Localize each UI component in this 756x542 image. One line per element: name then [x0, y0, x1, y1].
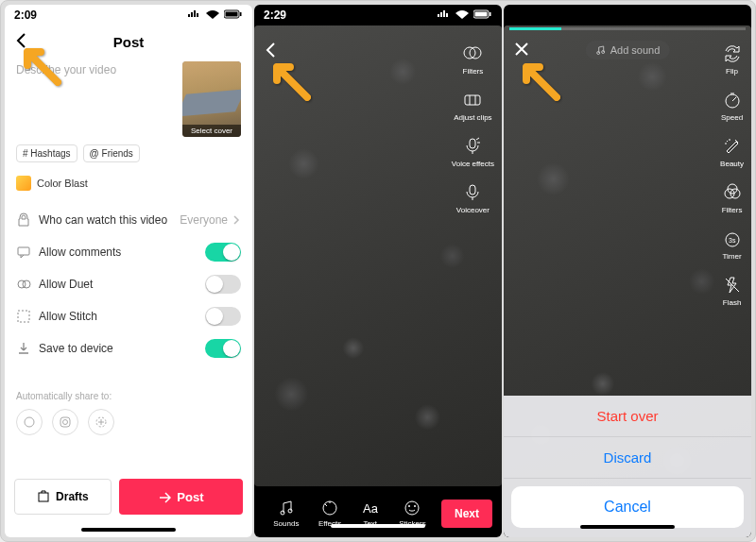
- svg-text:3s: 3s: [729, 237, 736, 244]
- filters-button[interactable]: Filters: [452, 42, 494, 76]
- cover-thumbnail[interactable]: Select cover: [182, 61, 241, 137]
- flip-button[interactable]: Flip: [720, 42, 744, 76]
- voice-effects-button[interactable]: Voice effects: [452, 135, 494, 168]
- discard-button[interactable]: Discard: [504, 437, 751, 479]
- home-indicator: [580, 525, 675, 529]
- post-button[interactable]: Post: [119, 479, 243, 515]
- svg-rect-19: [470, 185, 475, 195]
- comments-toggle[interactable]: [205, 243, 241, 262]
- voice-effects-icon: [461, 135, 484, 158]
- flash-icon: [721, 274, 744, 296]
- stitch-row: Allow Stitch: [16, 300, 241, 332]
- status-icons: [185, 8, 243, 22]
- flip-icon: [721, 42, 744, 65]
- duet-toggle[interactable]: [205, 275, 241, 294]
- effects-button[interactable]: Effects: [318, 499, 341, 528]
- adjust-icon: [461, 89, 484, 111]
- annotation-arrow: [517, 58, 564, 109]
- status-time: 2:29: [264, 8, 286, 22]
- voiceover-icon: [461, 181, 484, 204]
- save-toggle[interactable]: [205, 339, 241, 358]
- post-screen: 2:09 Post Describe your video Select cov…: [5, 5, 252, 537]
- stitch-toggle[interactable]: [205, 307, 241, 326]
- effect-icon: [16, 176, 31, 191]
- cover-label: Select cover: [182, 125, 241, 137]
- svg-point-5: [23, 280, 30, 288]
- music-icon: [277, 499, 296, 517]
- effect-row[interactable]: Color Blast: [16, 176, 241, 191]
- comments-row: Allow comments: [16, 236, 241, 268]
- beauty-icon: [721, 135, 744, 158]
- post-icon: [158, 490, 171, 503]
- svg-text:Aa: Aa: [363, 501, 379, 516]
- home-indicator: [81, 528, 176, 532]
- hashtags-chip[interactable]: # Hashtags: [16, 144, 77, 162]
- stickers-button[interactable]: Stickers: [399, 499, 425, 528]
- share-instagram-icon[interactable]: [52, 409, 78, 435]
- svg-rect-11: [39, 493, 48, 501]
- svg-point-26: [414, 505, 416, 507]
- svg-rect-6: [18, 311, 29, 322]
- text-button[interactable]: AaText: [361, 499, 380, 528]
- share-message-icon[interactable]: [16, 409, 43, 435]
- duet-icon: [16, 277, 31, 292]
- svg-point-25: [408, 505, 410, 507]
- svg-rect-2: [240, 12, 242, 16]
- stitch-icon: [16, 309, 31, 324]
- svg-rect-14: [490, 12, 491, 16]
- drafts-icon: [37, 490, 50, 503]
- svg-point-22: [323, 501, 336, 515]
- annotation-arrow: [18, 42, 65, 93]
- status-time: 2:09: [14, 8, 37, 22]
- share-more-icon[interactable]: [88, 409, 114, 435]
- status-bar: 2:29: [254, 5, 502, 25]
- start-over-button[interactable]: Start over: [504, 396, 751, 437]
- svg-rect-3: [18, 247, 29, 255]
- svg-rect-13: [475, 12, 488, 17]
- svg-rect-18: [470, 139, 475, 148]
- speed-icon: [721, 89, 744, 111]
- adjust-clips-button[interactable]: Adjust clips: [452, 89, 494, 122]
- duet-row: Allow Duet: [16, 268, 241, 300]
- chevron-right-icon: [232, 215, 241, 225]
- share-label: Automatically share to:: [16, 391, 241, 401]
- page-title: Post: [113, 34, 145, 50]
- effects-icon: [320, 499, 339, 517]
- status-bar: 2:09: [5, 5, 252, 25]
- record-progress: [509, 27, 746, 30]
- action-sheet: Start over Discard Cancel: [504, 396, 751, 537]
- annotation-arrow: [267, 58, 315, 109]
- drafts-button[interactable]: Drafts: [14, 479, 112, 515]
- beauty-button[interactable]: Beauty: [720, 135, 744, 168]
- timer-button[interactable]: 3sTimer: [720, 228, 744, 261]
- svg-rect-8: [60, 417, 70, 427]
- sounds-button[interactable]: Sounds: [273, 499, 299, 528]
- camera-screen: Add sound Flip Speed Beauty Filters 3sTi…: [504, 5, 751, 537]
- download-icon: [16, 341, 31, 356]
- svg-rect-1: [226, 12, 238, 17]
- music-icon: [595, 44, 607, 56]
- friends-chip[interactable]: @ Friends: [83, 144, 140, 162]
- svg-rect-17: [465, 95, 480, 105]
- svg-point-24: [405, 501, 419, 515]
- lock-icon: [16, 212, 31, 228]
- privacy-row[interactable]: Who can watch this video Everyone: [16, 204, 241, 236]
- filters-button[interactable]: Filters: [720, 181, 744, 214]
- status-icons: [435, 8, 492, 22]
- speed-button[interactable]: Speed: [720, 89, 744, 122]
- save-row: Save to device: [16, 332, 241, 364]
- voiceover-button[interactable]: Voiceover: [452, 181, 494, 214]
- add-sound-button[interactable]: Add sound: [586, 41, 670, 59]
- filters-icon: [461, 42, 484, 65]
- filters-icon: [721, 181, 744, 204]
- text-icon: Aa: [361, 499, 380, 517]
- svg-point-9: [63, 420, 68, 425]
- cancel-button[interactable]: Cancel: [511, 486, 744, 528]
- status-bar: [504, 5, 751, 12]
- comment-icon: [16, 245, 31, 260]
- next-button[interactable]: Next: [441, 500, 492, 528]
- stickers-icon: [403, 499, 421, 517]
- timer-icon: 3s: [721, 228, 744, 250]
- flash-button[interactable]: Flash: [720, 274, 744, 307]
- edit-screen: 2:29 Filters Adjust clips Voice effects …: [254, 5, 502, 537]
